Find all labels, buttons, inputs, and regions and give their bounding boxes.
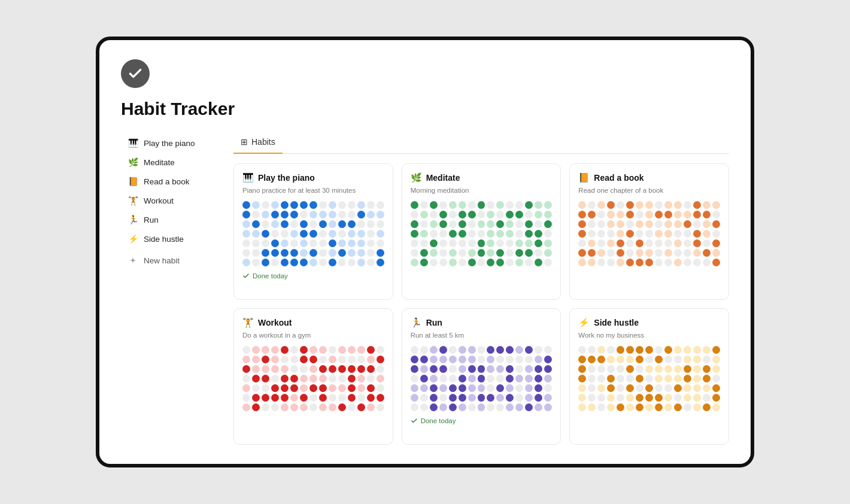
habit-dot (588, 211, 596, 218)
habit-dot (588, 230, 596, 238)
habit-dot (459, 230, 466, 238)
habit-dot (535, 346, 542, 354)
habit-dot (693, 211, 701, 218)
habit-dot (636, 403, 643, 411)
habit-dot (544, 384, 552, 392)
sidebar-item-workout[interactable]: 🏋️ Workout (121, 191, 217, 210)
habit-dot (252, 259, 260, 266)
habit-dot (367, 239, 375, 247)
habit-dot (693, 239, 701, 247)
habit-dot (338, 249, 346, 257)
done-today-label: Done today (421, 417, 456, 424)
habit-dot (357, 211, 365, 218)
habit-dot (684, 239, 691, 247)
habit-dot (439, 249, 447, 257)
habit-dot (420, 220, 428, 228)
habit-dot (309, 249, 317, 257)
habit-dot (525, 259, 533, 266)
habit-dot (597, 211, 605, 218)
habit-dot (271, 230, 279, 238)
sidebar-item-play-piano[interactable]: 🎹 Play the piano (121, 133, 217, 153)
habit-dot (496, 239, 504, 247)
habit-dot (664, 375, 672, 382)
sidebar-item-side-hustle[interactable]: ⚡ Side hustle (121, 229, 217, 248)
habit-desc-run: Run at least 5 km (411, 332, 552, 339)
habit-dot (496, 259, 504, 266)
habit-dot (617, 356, 624, 363)
habit-dot (367, 356, 375, 363)
habit-dot (684, 346, 691, 354)
habit-dot (309, 239, 317, 247)
sidebar-item-read-book[interactable]: 📙 Read a book (121, 172, 217, 191)
habit-dot (487, 249, 494, 257)
habit-dot (319, 346, 327, 354)
habit-dot (626, 346, 634, 354)
habit-dot (377, 249, 384, 257)
new-habit-button[interactable]: ＋ New habit (121, 251, 217, 270)
habit-dot (664, 365, 672, 373)
habit-dot (377, 394, 384, 402)
habit-dot (281, 239, 289, 247)
habit-dot (525, 239, 533, 247)
habit-dot (439, 239, 447, 247)
habit-dot (420, 201, 428, 209)
habit-dot (487, 259, 494, 266)
habit-dot (377, 375, 384, 382)
sidebar-item-meditate[interactable]: 🌿 Meditate (121, 153, 217, 172)
habit-dot (684, 375, 691, 382)
habit-dot (607, 384, 615, 392)
habit-dot (626, 384, 634, 392)
habit-dot (496, 230, 504, 238)
habit-dot (459, 375, 466, 382)
habit-dot (468, 356, 476, 363)
habit-dot (487, 220, 494, 228)
run-card-icon: 🏃 (411, 317, 422, 328)
habit-dot (544, 403, 552, 411)
habit-dot (420, 346, 428, 354)
habit-dot (487, 375, 494, 382)
habit-dot (252, 384, 260, 392)
habit-dot (578, 403, 586, 411)
habit-desc-side-hustle: Work no my business (578, 332, 720, 339)
tab-habits[interactable]: ⊞ Habits (233, 133, 283, 154)
habit-dot (664, 346, 672, 354)
habit-dot (449, 239, 457, 247)
habit-dot (338, 201, 346, 209)
habit-dot (300, 201, 308, 209)
habit-dot (617, 249, 624, 257)
habit-dot (319, 259, 327, 266)
habit-dot (626, 365, 634, 373)
habit-dot (300, 384, 308, 392)
habit-dot (348, 259, 356, 266)
habit-dot (329, 394, 336, 402)
habit-dot (544, 394, 552, 402)
habit-dot (271, 346, 279, 354)
habit-dot (262, 375, 269, 382)
habit-dot (626, 249, 634, 257)
habit-dot (597, 346, 605, 354)
habit-dot (329, 239, 336, 247)
sidebar-item-run[interactable]: 🏃 Run (121, 210, 217, 229)
habit-dot (597, 220, 605, 228)
habit-dot (506, 201, 514, 209)
meditate-icon: 🌿 (127, 156, 139, 168)
habit-dot (645, 259, 653, 266)
habit-dot (439, 346, 447, 354)
habit-dot (703, 230, 711, 238)
habit-dot (655, 346, 663, 354)
habit-dot (449, 384, 457, 392)
habit-dot (588, 249, 596, 257)
habit-dot (655, 394, 663, 402)
habit-dot (674, 384, 682, 392)
habit-dot (712, 356, 720, 363)
habit-dot (478, 403, 485, 411)
habit-dot (626, 375, 634, 382)
habit-dot (645, 403, 653, 411)
habit-dot (626, 211, 634, 218)
habit-card-run: 🏃 Run Run at least 5 km Done today (402, 308, 561, 445)
habit-dot (468, 239, 476, 247)
habit-dot (506, 403, 514, 411)
habit-dot (544, 201, 552, 209)
habit-dot (496, 375, 504, 382)
habit-dot (329, 403, 336, 411)
